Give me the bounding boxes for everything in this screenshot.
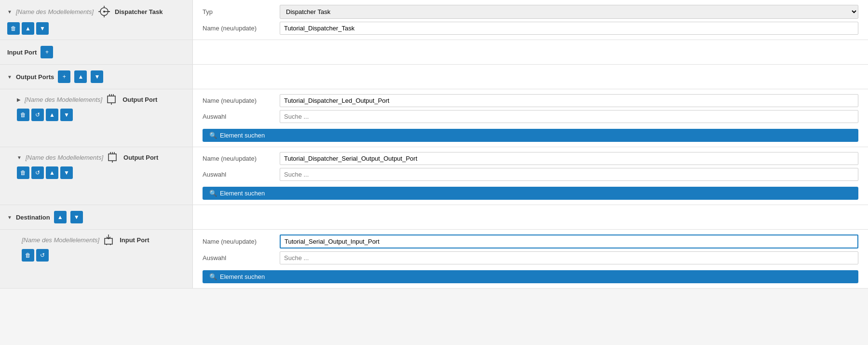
dispatcher-down-btn[interactable]: ▼: [36, 22, 49, 35]
output-up-icon: ▲: [78, 73, 83, 80]
destination-section: ▼ Destination ▲ ▼: [0, 205, 868, 230]
output-port-2-chevron[interactable]: ▼: [17, 155, 22, 160]
op2-name-input[interactable]: [280, 152, 858, 165]
dispatcher-up-btn[interactable]: ▲: [22, 22, 34, 35]
main-container: ▼ [Name des Modellelements] Dispatcher T…: [0, 0, 868, 345]
di-auswahl-input[interactable]: [280, 251, 858, 264]
dispatcher-typ-label: Typ: [203, 8, 275, 15]
output-ports-chevron[interactable]: ▼: [7, 74, 12, 80]
up-icon: ▲: [25, 25, 31, 32]
op1-reset-icon: ↺: [35, 111, 40, 118]
dispatcher-chevron[interactable]: ▼: [7, 9, 12, 14]
destination-down-btn[interactable]: ▼: [70, 211, 83, 223]
dispatcher-name-group: Name (neu/update): [203, 22, 858, 35]
dispatcher-name-label: Name (neu/update): [203, 25, 275, 32]
op2-auswahl-group: Auswahl: [203, 168, 858, 181]
output-port-2-reset-btn[interactable]: ↺: [31, 166, 44, 179]
dest-input-model-name: [Name des Modellelements]: [22, 236, 99, 244]
op2-auswahl-label: Auswahl: [203, 171, 275, 178]
dest-input-port-icon: [103, 235, 116, 245]
op1-auswahl-input[interactable]: [280, 110, 858, 123]
op2-down-icon: ▼: [64, 169, 69, 176]
op2-search-btn[interactable]: 🔍 Element suchen: [203, 187, 858, 200]
destination-input-port-row: [Name des Modellelements] Input Port 🗑: [0, 230, 868, 289]
svg-point-6: [103, 11, 105, 13]
dest-input-delete-btn[interactable]: 🗑: [22, 249, 34, 262]
output-port-1-right: Name (neu/update) Auswahl 🔍 Element such…: [193, 89, 868, 147]
di-auswahl-label: Auswahl: [203, 254, 275, 262]
output-port-2-btn-group: 🗑 ↺ ▲ ▼: [7, 166, 185, 179]
destination-up-btn[interactable]: ▲: [54, 211, 67, 223]
output-port-2-model-name: [Name des Modellelements]: [26, 154, 103, 161]
op1-auswahl-group: Auswahl: [203, 110, 858, 123]
output-ports-title: Output Ports: [16, 73, 54, 81]
dispatcher-delete-btn[interactable]: 🗑: [7, 22, 20, 35]
output-port-1-title: ▶ [Name des Modellelements] Output Port: [7, 94, 185, 105]
output-port-2-left: ▼ [Name des Modellelements] Output Port …: [0, 147, 193, 205]
output-port-2-type-label: Output Port: [123, 154, 158, 161]
destination-chevron[interactable]: ▼: [7, 215, 12, 220]
dispatcher-icon: [97, 5, 111, 18]
dispatcher-typ-select[interactable]: Dispatcher Task: [280, 5, 858, 19]
op1-search-btn[interactable]: 🔍 Element suchen: [203, 129, 858, 142]
output-port-2-delete-btn[interactable]: 🗑: [17, 166, 29, 179]
op2-delete-icon: 🗑: [20, 169, 26, 176]
dispatcher-model-name: [Name des Modellelements]: [16, 8, 94, 15]
dispatcher-row: ▼ [Name des Modellelements] Dispatcher T…: [0, 0, 868, 40]
dispatcher-left: ▼ [Name des Modellelements] Dispatcher T…: [0, 0, 193, 40]
op1-name-group: Name (neu/update): [203, 94, 858, 107]
output-ports-down-btn[interactable]: ▼: [91, 70, 103, 83]
output-port-1-reset-btn[interactable]: ↺: [31, 109, 44, 121]
op2-reset-icon: ↺: [35, 169, 40, 176]
input-port-section-right: [193, 40, 868, 64]
op1-down-icon: ▼: [64, 111, 69, 118]
output-ports-add-btn[interactable]: +: [58, 70, 70, 83]
output-port-2-icon: [107, 152, 120, 163]
output-port-1-model-name: [Name des Modellelements]: [25, 96, 102, 103]
op2-auswahl-input[interactable]: [280, 168, 858, 181]
input-port-add-btn[interactable]: +: [41, 46, 53, 58]
destination-input-title: [Name des Modellelements] Input Port: [7, 235, 185, 245]
output-ports-section: ▼ Output Ports + ▲ ▼: [0, 65, 868, 89]
output-port-1-type-label: Output Port: [122, 96, 157, 103]
dispatcher-name-input[interactable]: [280, 22, 858, 35]
destination-input-port-right: Name (neu/update) Auswahl 🔍 Element such…: [193, 230, 868, 288]
op1-name-input[interactable]: [280, 94, 858, 107]
output-port-2-row: ▼ [Name des Modellelements] Output Port …: [0, 147, 868, 205]
output-ports-up-btn[interactable]: ▲: [74, 70, 87, 83]
op1-up-icon: ▲: [49, 111, 55, 118]
dispatcher-type-label: Dispatcher Task: [115, 8, 163, 15]
di-search-btn[interactable]: 🔍 Element suchen: [203, 270, 858, 283]
input-port-section: Input Port +: [0, 40, 868, 65]
svg-rect-7: [108, 96, 115, 103]
op2-name-group: Name (neu/update): [203, 152, 858, 165]
output-port-2-up-btn[interactable]: ▲: [46, 166, 58, 179]
destination-section-right: [193, 205, 868, 229]
add-icon: +: [45, 49, 49, 55]
output-down-icon: ▼: [94, 73, 100, 80]
di-auswahl-group: Auswahl: [203, 251, 858, 264]
output-port-1-down-btn[interactable]: ▼: [60, 109, 73, 121]
destination-input-port-left: [Name des Modellelements] Input Port 🗑: [0, 230, 193, 288]
output-port-2-right: Name (neu/update) Auswahl 🔍 Element such…: [193, 147, 868, 205]
dispatcher-typ-group: Typ Dispatcher Task: [203, 5, 858, 19]
output-port-1-up-btn[interactable]: ▲: [46, 109, 58, 121]
output-port-1-chevron[interactable]: ▶: [17, 97, 21, 102]
output-port-2-down-btn[interactable]: ▼: [60, 166, 73, 179]
di-name-input[interactable]: [280, 235, 858, 248]
output-ports-section-right: [193, 65, 868, 89]
svg-rect-12: [108, 154, 116, 161]
op1-search-icon: 🔍: [209, 132, 217, 139]
destination-title: Destination: [16, 214, 50, 221]
output-port-1-btn-group: 🗑 ↺ ▲ ▼: [7, 109, 185, 121]
output-port-1-delete-btn[interactable]: 🗑: [17, 109, 29, 121]
dest-input-reset-btn[interactable]: ↺: [36, 249, 49, 262]
di-search-icon: 🔍: [209, 273, 217, 280]
dispatcher-btn-group: 🗑 ▲ ▼: [7, 22, 185, 35]
dest-down-icon: ▼: [74, 214, 80, 221]
output-port-1-row: ▶ [Name des Modellelements] Output Port …: [0, 89, 868, 147]
output-ports-section-left: ▼ Output Ports + ▲ ▼: [0, 65, 193, 89]
dest-input-btn-group: 🗑 ↺: [7, 249, 185, 262]
di-name-group: Name (neu/update): [203, 235, 858, 248]
delete-icon: 🗑: [11, 25, 16, 32]
